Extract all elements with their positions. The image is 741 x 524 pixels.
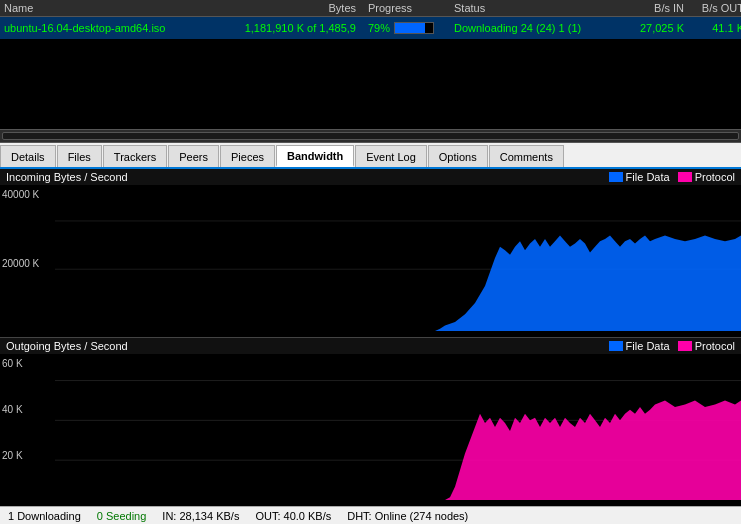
svg-marker-2: [55, 236, 741, 331]
outgoing-legend-file-box: [609, 341, 623, 351]
status-in: IN: 28,134 KB/s: [162, 510, 239, 522]
incoming-legend-file-box: [609, 172, 623, 182]
incoming-legend-file: File Data: [609, 171, 670, 183]
col-bsin-header[interactable]: B/s IN: [614, 2, 684, 14]
torrent-progress: 79%: [364, 22, 454, 34]
hscroll[interactable]: [0, 129, 741, 143]
col-bsout-header[interactable]: B/s OUT: [684, 2, 741, 14]
incoming-chart-title: Incoming Bytes / Second: [6, 171, 128, 183]
outgoing-chart-legend: File Data Protocol: [609, 340, 735, 352]
torrent-bytes: 1,181,910 K of 1,485,9: [234, 22, 364, 34]
incoming-chart-title-row: Incoming Bytes / Second File Data Protoc…: [0, 169, 741, 185]
status-out-val: 40.0 KB/s: [284, 510, 332, 522]
outgoing-legend-protocol-label: Protocol: [695, 340, 735, 352]
tab-options[interactable]: Options: [428, 145, 488, 167]
incoming-chart-area: 40000 K 20000 K: [0, 185, 741, 331]
incoming-legend-file-label: File Data: [626, 171, 670, 183]
col-status-header[interactable]: Status: [454, 2, 614, 14]
torrent-name: ubuntu-16.04-desktop-amd64.iso: [4, 22, 234, 34]
charts-area: Incoming Bytes / Second File Data Protoc…: [0, 169, 741, 506]
outgoing-chart-area: 60 K 40 K 20 K: [0, 354, 741, 500]
incoming-legend-protocol-box: [678, 172, 692, 182]
incoming-label-high: 40000 K: [2, 189, 53, 200]
incoming-svg-area: [55, 185, 741, 331]
torrent-bsin: 27,025 K: [614, 22, 684, 34]
status-in-label: IN:: [162, 510, 176, 522]
status-dht: DHT: Online (274 nodes): [347, 510, 468, 522]
outgoing-chart-title: Outgoing Bytes / Second: [6, 340, 128, 352]
outgoing-svg-area: [55, 354, 741, 500]
outgoing-label-high: 60 K: [2, 358, 53, 369]
tab-bandwidth[interactable]: Bandwidth: [276, 145, 354, 167]
col-progress-header[interactable]: Progress: [364, 2, 454, 14]
progress-bar-outer: [394, 22, 434, 34]
progress-bar-inner: [395, 23, 425, 33]
incoming-label-mid: 20000 K: [2, 258, 53, 269]
status-seeding: 0 Seeding: [97, 510, 147, 522]
outgoing-label-low: 20 K: [2, 450, 53, 461]
col-bytes-header[interactable]: Bytes: [234, 2, 364, 14]
incoming-legend-protocol-label: Protocol: [695, 171, 735, 183]
outgoing-legend-protocol: Protocol: [678, 340, 735, 352]
outgoing-label-mid: 40 K: [2, 404, 53, 415]
outgoing-legend-file: File Data: [609, 340, 670, 352]
svg-marker-6: [55, 400, 741, 500]
black-area: [0, 39, 741, 129]
status-out: OUT: 40.0 KB/s: [255, 510, 331, 522]
status-downloading: 1 Downloading: [8, 510, 81, 522]
outgoing-legend-file-label: File Data: [626, 340, 670, 352]
tab-eventlog[interactable]: Event Log: [355, 145, 427, 167]
tab-files[interactable]: Files: [57, 145, 102, 167]
incoming-chart-labels: 40000 K 20000 K: [0, 185, 55, 331]
status-out-label: OUT:: [255, 510, 280, 522]
outgoing-legend-protocol-box: [678, 341, 692, 351]
outgoing-chart-container: Outgoing Bytes / Second File Data Protoc…: [0, 338, 741, 506]
incoming-chart-container: Incoming Bytes / Second File Data Protoc…: [0, 169, 741, 338]
table-header: Name Bytes Progress Status B/s IN B/s OU…: [0, 0, 741, 17]
outgoing-chart-title-row: Outgoing Bytes / Second File Data Protoc…: [0, 338, 741, 354]
tab-pieces[interactable]: Pieces: [220, 145, 275, 167]
status-in-val: 28,134 KB/s: [179, 510, 239, 522]
col-name-header[interactable]: Name: [4, 2, 234, 14]
torrent-row[interactable]: ubuntu-16.04-desktop-amd64.iso 1,181,910…: [0, 17, 741, 39]
tab-comments[interactable]: Comments: [489, 145, 564, 167]
torrent-status: Downloading 24 (24) 1 (1): [454, 22, 614, 34]
hscroll-track[interactable]: [2, 132, 739, 140]
tab-trackers[interactable]: Trackers: [103, 145, 167, 167]
torrent-bsout: 41.1 K: [684, 22, 741, 34]
status-bar: 1 Downloading 0 Seeding IN: 28,134 KB/s …: [0, 506, 741, 524]
incoming-legend-protocol: Protocol: [678, 171, 735, 183]
tab-peers[interactable]: Peers: [168, 145, 219, 167]
tab-details[interactable]: Details: [0, 145, 56, 167]
torrent-progress-pct: 79%: [368, 22, 390, 34]
tabs-row: Details Files Trackers Peers Pieces Band…: [0, 143, 741, 169]
incoming-chart-legend: File Data Protocol: [609, 171, 735, 183]
outgoing-chart-labels: 60 K 40 K 20 K: [0, 354, 55, 500]
